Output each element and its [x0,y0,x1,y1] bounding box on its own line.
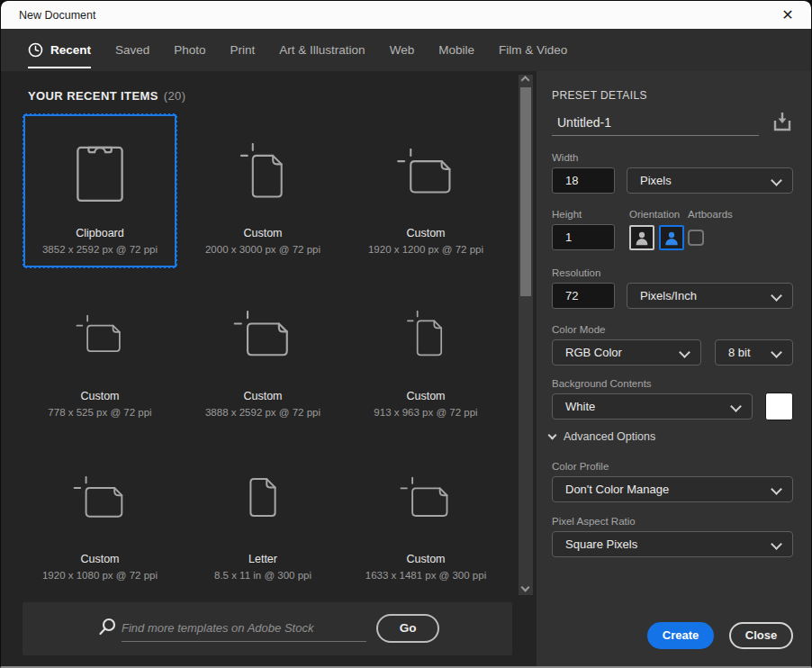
scroll-up-icon[interactable] [522,78,529,86]
document-name-field[interactable] [552,109,759,136]
category-tabbar: Recent Saved Photo Print Art & Illustrat… [1,29,811,71]
custom-landscape-icon [25,442,175,553]
save-preset-icon[interactable] [771,111,793,138]
template-card-letter[interactable]: Letter 8.5 x 11 in @ 300 ppi [185,439,340,594]
resolution-label: Resolution [552,267,600,278]
tab-recent[interactable]: Recent [28,29,91,71]
height-input[interactable] [552,224,615,250]
template-card-clipboard[interactable]: Clipboard 3852 x 2592 px @ 72 ppi [23,113,177,268]
resolution-input[interactable] [552,283,615,309]
color-mode-select[interactable]: RGB Color [552,339,701,366]
letter-page-icon [188,442,338,553]
template-card-custom[interactable]: Custom 778 x 525 px @ 72 ppi [23,276,177,431]
tab-saved[interactable]: Saved [115,29,149,71]
color-profile-label: Color Profile [552,461,609,472]
orientation-portrait-icon[interactable] [629,225,654,250]
scrollbar-thumb[interactable] [520,87,531,296]
orientation-label: Orientation [629,209,680,220]
width-unit-select[interactable]: Pixels [627,167,793,194]
close-button[interactable]: Close [729,622,793,649]
background-color-swatch[interactable] [765,393,793,420]
scrollbar-track[interactable] [519,75,533,595]
preset-details-heading: PRESET DETAILS [552,89,647,102]
new-document-dialog: New Document ✕ Recent Saved Photo Print … [0,0,812,668]
adobe-stock-search-panel: Go [23,602,512,655]
tab-web[interactable]: Web [390,29,415,71]
custom-portrait-icon [351,279,501,390]
recent-items-count: (20) [164,89,186,103]
template-card-custom[interactable]: Custom 1920 x 1080 px @ 72 ppi [23,439,177,594]
go-button[interactable]: Go [376,614,439,643]
recent-items-area: YOUR RECENT ITEMS(20) Clipboard 3852 x 2… [1,71,537,668]
width-label: Width [552,152,578,163]
custom-portrait-icon [188,116,338,227]
background-contents-label: Background Contents [552,378,652,389]
template-card-custom[interactable]: Custom 3888 x 2592 px @ 72 ppi [185,276,340,431]
search-input[interactable] [122,614,366,642]
window-title: New Document [1,9,95,22]
color-mode-label: Color Mode [552,324,605,335]
template-card-custom[interactable]: Custom 913 x 963 px @ 72 ppi [348,276,503,431]
artboards-label: Artboards [688,209,733,220]
background-contents-select[interactable]: White [552,393,753,420]
pixel-aspect-ratio-select[interactable]: Square Pixels [552,531,793,557]
artboards-checkbox[interactable] [688,230,704,246]
tab-label: Recent [50,43,91,57]
custom-landscape-icon [25,279,175,390]
tab-art-illustration[interactable]: Art & Illustration [279,29,365,71]
template-grid: Clipboard 3852 x 2592 px @ 72 ppi Custom… [23,113,503,594]
tab-photo[interactable]: Photo [174,29,205,71]
tab-film-video[interactable]: Film & Video [499,29,567,71]
orientation-landscape-icon[interactable] [659,225,684,250]
preset-details-panel: PRESET DETAILS Width Pixels Height Orien… [537,71,812,668]
template-card-custom[interactable]: Custom 1920 x 1200 px @ 72 ppi [348,113,503,268]
tab-mobile[interactable]: Mobile [438,29,474,71]
custom-landscape-icon [351,116,501,227]
search-icon [96,617,118,642]
template-card-custom[interactable]: Custom 2000 x 3000 px @ 72 ppi [185,113,340,268]
height-label: Height [552,209,582,220]
template-card-custom[interactable]: Custom 1633 x 1481 px @ 300 ppi [348,439,503,594]
bit-depth-select[interactable]: 8 bit [715,339,793,366]
create-button[interactable]: Create [647,622,714,649]
scroll-down-icon[interactable] [522,584,529,591]
advanced-options-toggle[interactable]: Advanced Options [549,430,655,443]
resolution-unit-select[interactable]: Pixels/Inch [627,283,793,309]
chevron-down-icon [548,431,557,440]
recent-items-heading: YOUR RECENT ITEMS(20) [28,89,185,103]
clipboard-icon [25,116,175,227]
pixel-aspect-ratio-label: Pixel Aspect Ratio [552,516,636,527]
custom-landscape-icon [351,442,501,553]
custom-landscape-icon [188,279,338,390]
tab-print[interactable]: Print [230,29,256,71]
title-bar: New Document ✕ [1,1,811,29]
color-profile-select[interactable]: Don't Color Manage [552,476,793,502]
clock-icon [28,42,43,58]
width-input[interactable] [552,167,615,194]
window-close-icon[interactable]: ✕ [773,1,802,29]
